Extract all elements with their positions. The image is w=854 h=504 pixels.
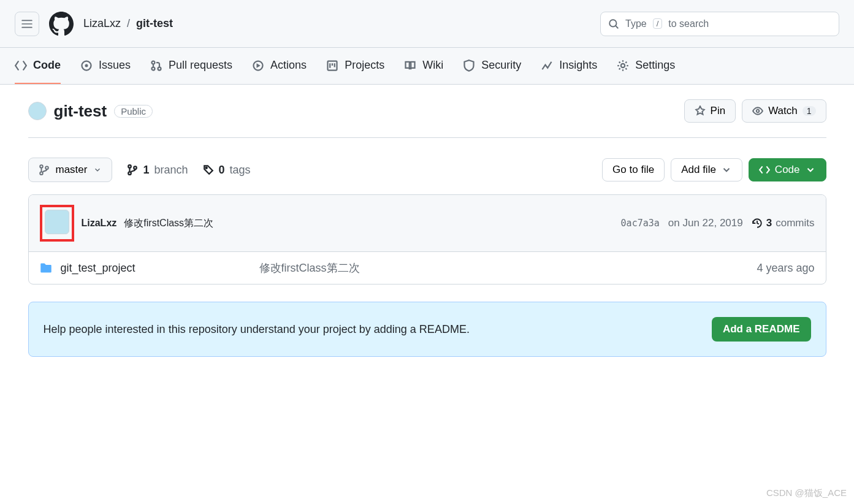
commit-info: LizaLxz 修改firstClass第二次 (40, 205, 214, 242)
header-left: LizaLxz / git-test (15, 12, 173, 36)
svg-point-9 (757, 110, 760, 113)
branch-select[interactable]: master (28, 158, 113, 182)
tab-security[interactable]: Security (463, 48, 521, 84)
search-placeholder-suffix: to search (668, 18, 709, 29)
watch-button[interactable]: Watch1 (742, 99, 826, 123)
svg-point-11 (40, 172, 43, 175)
go-to-file-button[interactable]: Go to file (602, 158, 665, 181)
repo-title-area: git-test Public (28, 102, 153, 121)
tab-code[interactable]: Code (15, 48, 61, 84)
file-nav-right: Go to file Add file Code (602, 158, 826, 181)
tab-pull-requests[interactable]: Pull requests (150, 48, 232, 84)
breadcrumb-owner[interactable]: LizaLxz (83, 17, 121, 30)
commit-sha[interactable]: 0ac7a3a (621, 218, 660, 229)
tag-icon (203, 164, 214, 175)
tab-insights[interactable]: Insights (541, 48, 597, 84)
branches-link[interactable]: 1branch (127, 164, 188, 177)
file-nav-left: master 1branch 0tags (28, 158, 251, 182)
svg-point-14 (129, 172, 132, 175)
branch-icon (127, 164, 138, 175)
svg-point-4 (152, 67, 155, 70)
watch-count: 1 (803, 106, 816, 116)
projects-icon (326, 59, 338, 72)
readme-prompt: Help people interested in this repositor… (28, 302, 826, 357)
breadcrumb-repo[interactable]: git-test (136, 17, 173, 30)
commit-message[interactable]: 修改firstClass第二次 (124, 217, 213, 230)
tab-wiki[interactable]: Wiki (404, 48, 443, 84)
file-commit-message[interactable]: 修改firstClass第二次 (259, 261, 749, 275)
file-nav: master 1branch 0tags Go to file Add file… (28, 158, 826, 182)
latest-commit-row: LizaLxz 修改firstClass第二次 0ac7a3a on Jun 2… (29, 195, 826, 252)
folder-icon (40, 262, 52, 274)
repo-actions: Pin Watch1 (684, 99, 826, 123)
shield-icon (463, 59, 475, 72)
repo-avatar (28, 102, 47, 120)
tab-actions[interactable]: Actions (252, 48, 307, 84)
github-logo[interactable] (49, 12, 74, 36)
search-icon (608, 18, 619, 29)
history-icon (752, 218, 763, 229)
wiki-icon (404, 59, 416, 72)
search-shortcut-key: / (653, 18, 663, 29)
search-input[interactable]: Type / to search (600, 12, 839, 36)
svg-point-13 (129, 165, 132, 168)
visibility-badge: Public (114, 105, 153, 118)
code-button[interactable]: Code (749, 158, 826, 181)
branch-icon (39, 164, 50, 175)
file-listing: LizaLxz 修改firstClass第二次 0ac7a3a on Jun 2… (28, 194, 826, 284)
breadcrumb: LizaLxz / git-test (83, 17, 173, 30)
insights-icon (541, 59, 553, 72)
actions-icon (252, 59, 264, 72)
commits-link[interactable]: 3commits (752, 217, 815, 229)
code-icon (15, 59, 27, 72)
tab-settings[interactable]: Settings (617, 48, 675, 84)
file-age: 4 years ago (757, 262, 814, 275)
svg-point-15 (134, 166, 137, 169)
commit-author[interactable]: LizaLxz (82, 218, 117, 229)
tags-link[interactable]: 0tags (203, 164, 251, 177)
svg-point-12 (45, 166, 48, 169)
highlighted-avatar (40, 205, 74, 242)
svg-point-5 (158, 67, 161, 70)
repo-name[interactable]: git-test (54, 102, 107, 121)
caret-down-icon (805, 164, 816, 175)
svg-point-2 (85, 64, 88, 67)
issues-icon (80, 59, 93, 72)
search-placeholder-prefix: Type (625, 18, 647, 29)
commit-date[interactable]: on Jun 22, 2019 (668, 217, 743, 229)
repo-tabs: Code Issues Pull requests Actions Projec… (0, 48, 854, 85)
hamburger-icon (21, 18, 32, 29)
caret-down-icon (93, 166, 102, 174)
svg-point-10 (40, 165, 43, 168)
breadcrumb-separator: / (127, 17, 130, 30)
main-header: LizaLxz / git-test Type / to search (0, 0, 854, 48)
eye-icon (752, 105, 763, 116)
svg-point-3 (152, 61, 155, 64)
gear-icon (617, 59, 629, 72)
author-avatar[interactable] (45, 210, 69, 234)
github-icon (49, 12, 74, 36)
svg-point-16 (205, 167, 207, 169)
commit-meta: 0ac7a3a on Jun 22, 2019 3commits (621, 217, 815, 229)
code-icon (759, 164, 770, 175)
pin-icon (695, 105, 706, 116)
file-name[interactable]: git_test_project (61, 262, 135, 275)
hamburger-menu[interactable] (15, 12, 39, 36)
svg-point-8 (621, 63, 625, 67)
add-readme-button[interactable]: Add a README (712, 317, 811, 342)
add-file-button[interactable]: Add file (671, 158, 742, 181)
pr-icon (150, 59, 162, 72)
file-row[interactable]: git_test_project 修改firstClass第二次 4 years… (29, 252, 826, 284)
tab-issues[interactable]: Issues (80, 48, 131, 84)
tab-projects[interactable]: Projects (326, 48, 384, 84)
caret-down-icon (721, 164, 732, 175)
pin-button[interactable]: Pin (684, 99, 736, 123)
repo-header: git-test Public Pin Watch1 (28, 99, 826, 138)
main-container: git-test Public Pin Watch1 master 1branc… (13, 85, 841, 372)
readme-prompt-text: Help people interested in this repositor… (44, 323, 470, 336)
